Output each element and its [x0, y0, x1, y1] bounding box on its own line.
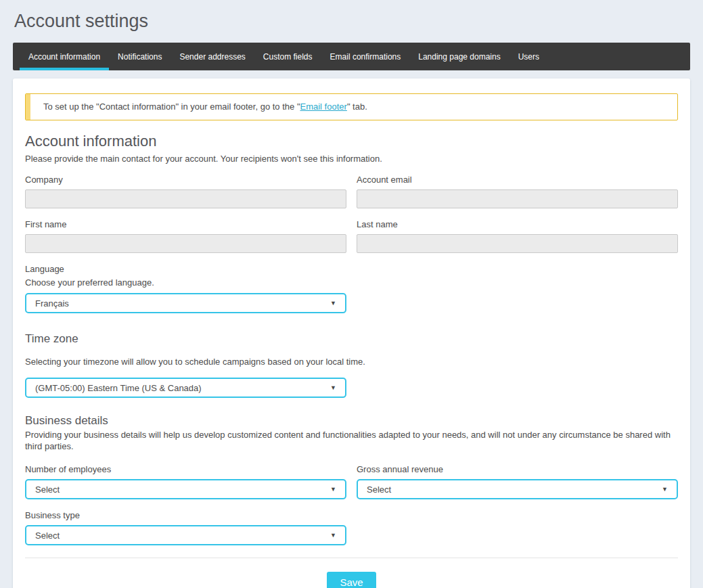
last-name-input[interactable] — [357, 234, 678, 253]
settings-tabbar: Account information Notifications Sender… — [13, 43, 690, 70]
time-zone-description: Selecting your timezone will allow you t… — [25, 356, 678, 367]
company-label: Company — [25, 175, 346, 185]
dropdown-arrow-icon: ▼ — [330, 384, 336, 391]
language-select[interactable]: Français ▼ — [25, 293, 346, 313]
alert-text-suffix: " tab. — [347, 101, 367, 112]
first-name-label: First name — [25, 219, 346, 229]
time-zone-heading: Time zone — [25, 332, 678, 346]
gross-annual-revenue-label: Gross annual revenue — [357, 464, 678, 474]
business-details-heading: Business details — [25, 414, 678, 428]
tab-email-confirmations[interactable]: Email confirmations — [321, 43, 410, 70]
tab-landing-page-domains[interactable]: Landing page domains — [409, 43, 509, 70]
company-input[interactable] — [25, 189, 346, 208]
time-zone-field-group: (GMT-05:00) Eastern Time (US & Canada) ▼ — [25, 378, 678, 398]
save-button-row: Save — [25, 572, 678, 588]
email-footer-link[interactable]: Email footer — [300, 101, 347, 112]
time-zone-selected-value: (GMT-05:00) Eastern Time (US & Canada) — [35, 383, 202, 393]
alert-text-prefix: To set up the "Contact information" in y… — [43, 101, 300, 112]
alert-accent-bar — [26, 94, 30, 120]
tab-sender-addresses[interactable]: Sender addresses — [171, 43, 254, 70]
language-description: Choose your preferred language. — [25, 277, 678, 288]
gross-annual-revenue-field-group: Gross annual revenue Select ▼ — [357, 464, 678, 499]
dropdown-arrow-icon: ▼ — [330, 532, 336, 539]
number-of-employees-field-group: Number of employees Select ▼ — [25, 464, 346, 499]
number-of-employees-selected-value: Select — [35, 484, 60, 495]
account-email-input[interactable] — [357, 189, 678, 208]
account-information-heading: Account information — [25, 133, 678, 150]
settings-card: To set up the "Contact information" in y… — [13, 78, 690, 588]
page-title: Account settings — [0, 0, 703, 43]
gross-annual-revenue-select[interactable]: Select ▼ — [357, 479, 678, 499]
dropdown-arrow-icon: ▼ — [330, 486, 336, 493]
time-zone-select[interactable]: (GMT-05:00) Eastern Time (US & Canada) ▼ — [25, 378, 346, 398]
number-of-employees-select[interactable]: Select ▼ — [25, 479, 346, 499]
business-type-label: Business type — [25, 510, 678, 520]
last-name-field-group: Last name — [357, 219, 678, 253]
form-divider — [25, 558, 678, 558]
language-field-group: Language Choose your preferred language.… — [25, 264, 678, 313]
business-type-selected-value: Select — [35, 530, 60, 541]
business-fields-grid: Number of employees Select ▼ Gross annua… — [25, 464, 678, 510]
language-selected-value: Français — [35, 298, 69, 309]
business-type-select[interactable]: Select ▼ — [25, 525, 346, 545]
number-of-employees-label: Number of employees — [25, 464, 346, 474]
account-fields-grid: Company Account email First name Last na… — [25, 175, 678, 264]
gross-annual-revenue-selected-value: Select — [367, 484, 391, 495]
email-footer-notice: To set up the "Contact information" in y… — [25, 93, 678, 120]
save-button[interactable]: Save — [327, 572, 376, 588]
company-field-group: Company — [25, 175, 346, 208]
first-name-input[interactable] — [25, 234, 346, 253]
tab-users[interactable]: Users — [509, 43, 548, 70]
account-email-label: Account email — [357, 175, 678, 185]
business-type-field-group: Business type Select ▼ — [25, 510, 678, 545]
language-label: Language — [25, 264, 678, 274]
dropdown-arrow-icon: ▼ — [662, 486, 668, 493]
business-details-description: Providing your business details will hel… — [25, 429, 678, 452]
tab-account-information[interactable]: Account information — [20, 43, 109, 70]
first-name-field-group: First name — [25, 219, 346, 253]
account-information-description: Please provide the main contact for your… — [25, 153, 678, 164]
last-name-label: Last name — [357, 219, 678, 229]
tab-notifications[interactable]: Notifications — [109, 43, 171, 70]
tab-custom-fields[interactable]: Custom fields — [254, 43, 321, 70]
account-email-field-group: Account email — [357, 175, 678, 208]
dropdown-arrow-icon: ▼ — [330, 300, 336, 307]
